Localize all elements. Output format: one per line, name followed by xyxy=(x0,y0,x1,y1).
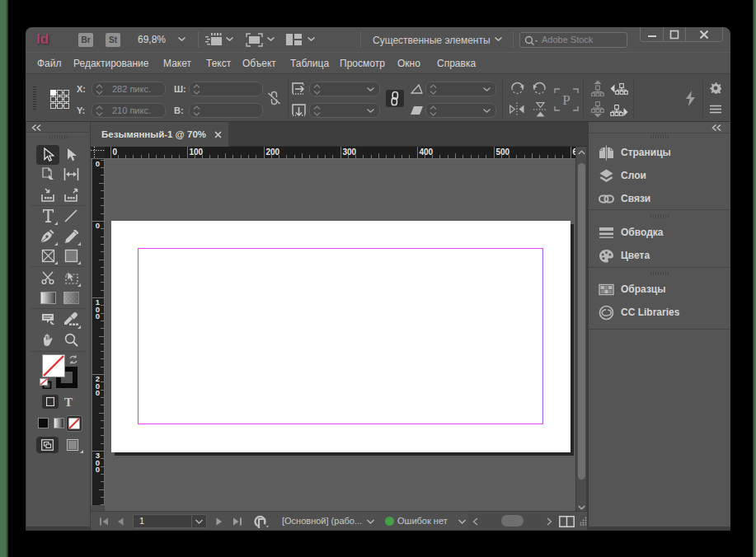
y-stepper[interactable] xyxy=(96,105,104,117)
eyedropper-tool[interactable] xyxy=(60,310,82,330)
scale-x-icon[interactable] xyxy=(292,82,308,95)
menu-help[interactable]: Справка xyxy=(437,58,476,69)
tools-panel-grip[interactable] xyxy=(49,135,68,139)
pasteboard[interactable] xyxy=(105,159,575,511)
preflight-icon[interactable] xyxy=(254,515,270,529)
zoom-chevron-icon[interactable] xyxy=(177,36,186,42)
stock-search[interactable]: Adobe Stock xyxy=(519,32,627,48)
direct-selection-tool[interactable] xyxy=(60,145,82,165)
content-collector-tool[interactable] xyxy=(37,185,59,205)
preflight-chevron-icon[interactable] xyxy=(366,519,375,525)
menu-window[interactable]: Окно xyxy=(397,58,420,69)
shear-stepper[interactable] xyxy=(430,83,438,96)
menu-view[interactable]: Просмотр xyxy=(340,58,385,69)
line-tool[interactable] xyxy=(60,206,82,226)
preflight-profile[interactable]: [Основной] (рабо... xyxy=(282,516,362,526)
width-field[interactable] xyxy=(189,82,263,96)
scroll-left-icon[interactable] xyxy=(472,517,478,526)
rotation-stepper[interactable] xyxy=(430,105,438,117)
scale-x-chevron-icon[interactable] xyxy=(366,87,375,92)
dock-grip-2[interactable] xyxy=(650,214,669,218)
reference-point-proxy[interactable] xyxy=(50,90,69,109)
document-layout-icon[interactable] xyxy=(286,34,302,45)
gear-icon[interactable] xyxy=(710,82,721,94)
screen-mode-chevron-icon[interactable] xyxy=(266,36,275,42)
minimize-button[interactable] xyxy=(641,27,664,41)
menu-table[interactable]: Таблица xyxy=(290,58,329,69)
horizontal-scrollbar-thumb[interactable] xyxy=(501,515,524,527)
normal-view-button[interactable] xyxy=(36,437,59,453)
error-status[interactable]: Ошибок нет xyxy=(397,516,448,526)
dock-item-layers[interactable]: Слои xyxy=(589,164,730,187)
rotate-ccw-icon[interactable] xyxy=(532,81,547,96)
scale-y-icon[interactable] xyxy=(292,104,308,116)
maximize-button[interactable] xyxy=(664,27,686,41)
menu-object[interactable]: Объект xyxy=(242,58,276,69)
nav-back-icon[interactable] xyxy=(610,81,628,96)
scale-x-field[interactable] xyxy=(309,82,380,96)
width-stepper[interactable] xyxy=(193,83,201,96)
vertical-ruler[interactable]: 00100200300 xyxy=(92,159,105,505)
preview-mode-button[interactable] xyxy=(67,439,78,451)
pen-tool[interactable] xyxy=(37,227,59,246)
rectangle-tool[interactable] xyxy=(60,246,82,265)
gradient-feather-tool[interactable] xyxy=(60,288,82,307)
default-fill-stroke-icon[interactable] xyxy=(40,378,52,389)
horizontal-ruler[interactable]: 01002003004005006 xyxy=(105,147,575,159)
page-tool[interactable] xyxy=(37,164,59,184)
y-field[interactable]: 210 пикс. xyxy=(92,103,166,118)
nav-up-icon[interactable] xyxy=(590,80,605,96)
shear-chevron-icon[interactable] xyxy=(482,87,491,92)
spread-view-icon[interactable] xyxy=(559,516,575,527)
error-status-chevron-icon[interactable] xyxy=(458,519,467,525)
menu-edit[interactable]: Редактирование xyxy=(73,58,148,69)
apply-none-button[interactable] xyxy=(66,415,82,432)
dock-item-cc-libraries[interactable]: CC Libraries xyxy=(589,301,730,324)
flip-horizontal-icon[interactable] xyxy=(509,101,525,117)
selection-tool[interactable] xyxy=(36,145,59,165)
zoom-tool[interactable] xyxy=(60,330,82,349)
page-number-chevron-icon[interactable] xyxy=(195,519,204,525)
workspace-selector[interactable]: Существенные элементы xyxy=(373,35,491,46)
quick-actions-icon[interactable] xyxy=(685,91,696,106)
menu-file[interactable]: Файл xyxy=(37,58,62,69)
swap-fill-stroke-icon[interactable] xyxy=(68,355,78,364)
document-layout-chevron-icon[interactable] xyxy=(307,36,316,42)
hand-tool[interactable] xyxy=(37,330,59,349)
vertical-scrollbar-thumb[interactable] xyxy=(578,163,585,480)
control-panel-grip[interactable] xyxy=(33,87,36,110)
free-transform-tool[interactable] xyxy=(60,268,82,288)
scroll-up-icon[interactable] xyxy=(578,150,585,155)
rotation-icon[interactable] xyxy=(411,105,424,115)
unlink-dimensions-icon[interactable] xyxy=(267,91,281,105)
page[interactable] xyxy=(111,221,571,452)
scale-y-field[interactable] xyxy=(309,103,380,118)
height-field[interactable] xyxy=(189,103,263,118)
stock-badge[interactable]: St xyxy=(106,33,120,47)
document-tab[interactable]: Безымянный-1 @ 70% xyxy=(91,122,228,147)
dock-grip-1[interactable] xyxy=(650,134,669,138)
nav-down-icon[interactable] xyxy=(590,101,605,118)
view-options-chevron-icon[interactable] xyxy=(225,36,234,42)
content-placer-tool[interactable] xyxy=(60,185,82,205)
scale-y-chevron-icon[interactable] xyxy=(366,108,375,114)
scroll-down-icon[interactable] xyxy=(578,505,585,510)
gradient-swatch-tool[interactable] xyxy=(37,288,59,307)
fill-swatch[interactable] xyxy=(42,354,65,377)
shear-field[interactable] xyxy=(425,82,496,96)
collapse-dock-icon[interactable] xyxy=(711,124,722,131)
page-number-box[interactable]: 1 xyxy=(133,514,207,528)
nav-forward-icon[interactable] xyxy=(610,102,628,118)
menu-layout[interactable]: Макет xyxy=(163,58,191,69)
first-page-icon[interactable] xyxy=(99,517,109,526)
collapse-tools-icon[interactable] xyxy=(31,124,42,131)
scale-x-stepper[interactable] xyxy=(313,83,322,96)
link-scale-button[interactable] xyxy=(386,90,404,107)
view-options-icon[interactable] xyxy=(205,33,223,46)
zoom-level-select[interactable]: 69,8% xyxy=(129,34,174,45)
screen-mode-icon[interactable] xyxy=(246,33,263,47)
x-field[interactable]: 282 пикс. xyxy=(92,82,166,96)
panel-menu-icon[interactable] xyxy=(710,105,721,114)
flip-vertical-icon[interactable] xyxy=(533,101,548,117)
close-button[interactable] xyxy=(686,27,722,41)
